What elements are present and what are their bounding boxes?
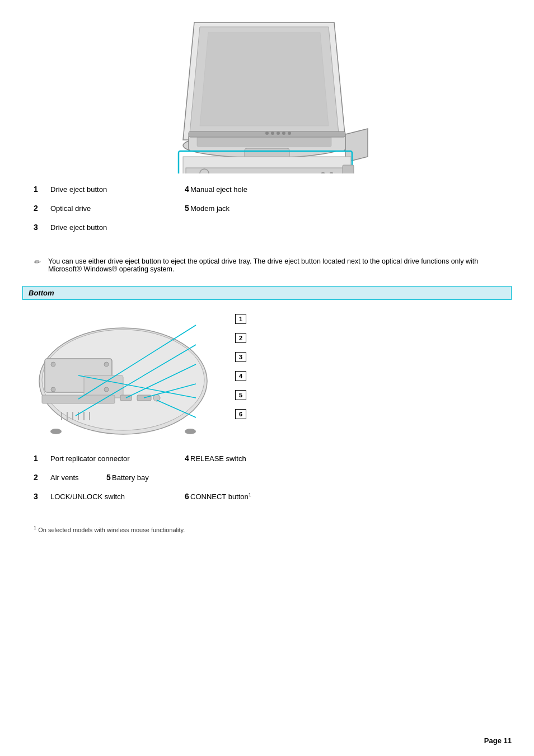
label-row-3: 3 Drive eject button <box>34 223 500 232</box>
bottom-side-num-3: 3 <box>235 352 246 362</box>
laptop-bottom-svg <box>34 308 224 437</box>
svg-point-10 <box>277 132 280 135</box>
bottom-label-row-2: 2 Air vents 5 Battery bay <box>34 473 500 482</box>
label-text-3: Drive eject button <box>45 223 168 232</box>
svg-marker-2 <box>200 32 329 126</box>
bottom-labels-section: 1 Port replicator connector 4 RELEASE sw… <box>22 448 512 516</box>
note-section: ✏ You can use either drive eject button … <box>22 253 512 278</box>
laptop-top-svg: 1 2 3 4 5 <box>161 11 373 173</box>
note-text: You can use either drive eject button to… <box>48 257 500 273</box>
label-num-1: 1 <box>34 185 45 194</box>
bottom-label-num-3: 3 <box>34 492 45 501</box>
svg-rect-39 <box>84 375 123 398</box>
label-text-1: Drive eject button <box>45 185 168 194</box>
bottom-label-num-1: 1 <box>34 454 45 463</box>
label-text-2: Optical drive <box>45 204 168 213</box>
bottom-label-num-6: 6 <box>168 492 185 501</box>
svg-rect-5 <box>197 137 331 147</box>
bottom-section-header: Bottom <box>22 286 512 300</box>
svg-point-40 <box>51 362 55 367</box>
svg-point-9 <box>271 132 274 135</box>
bottom-side-label-3: 3 <box>235 352 246 362</box>
svg-point-51 <box>50 429 62 434</box>
bottom-side-labels: 1 2 3 4 5 6 <box>235 308 246 419</box>
svg-point-11 <box>282 132 285 135</box>
page-container: 1 2 3 4 5 <box>0 0 534 756</box>
svg-point-43 <box>104 387 109 392</box>
label-num-2: 2 <box>34 204 45 213</box>
svg-point-42 <box>104 362 109 367</box>
bottom-label-text-2: Air vents <box>45 473 90 482</box>
bottom-label-num-5: 5 <box>90 473 106 482</box>
bottom-side-label-1: 1 <box>235 314 246 324</box>
svg-point-12 <box>288 132 291 135</box>
svg-point-41 <box>51 387 55 392</box>
label-num-5: 5 <box>168 204 185 213</box>
footnote-section: 1 On selected models with wireless mouse… <box>22 522 512 536</box>
note-icon: ✏ <box>34 257 45 266</box>
svg-point-52 <box>185 429 196 434</box>
bottom-side-num-2: 2 <box>235 333 246 343</box>
bottom-side-label-4: 4 <box>235 371 246 381</box>
bottom-side-label-6: 6 <box>235 409 246 419</box>
bottom-side-num-5: 5 <box>235 390 246 400</box>
label-num-3: 3 <box>34 223 45 232</box>
footnote-text: On selected models with wireless mouse f… <box>38 527 185 533</box>
label-num-4: 4 <box>168 185 185 194</box>
bottom-label-row-1: 1 Port replicator connector 4 RELEASE sw… <box>34 454 500 463</box>
svg-rect-16 <box>186 168 345 173</box>
bottom-label-text-1: Port replicator connector <box>45 454 168 463</box>
svg-point-8 <box>265 132 269 135</box>
bottom-side-label-2: 2 <box>235 333 246 343</box>
bottom-label-row-3: 3 LOCK/UNLOCK switch 6 CONNECT button1 <box>34 492 500 501</box>
bottom-side-num-6: 6 <box>235 409 246 419</box>
bottom-diagram-container: 1 2 3 4 5 6 <box>22 308 512 437</box>
bottom-label-text-5: Battery bay <box>106 473 149 482</box>
label-row-2: 2 Optical drive 5 Modem jack <box>34 204 500 213</box>
bottom-label-text-6: CONNECT button1 <box>185 492 251 501</box>
label-row-1: 1 Drive eject button 4 Manual eject hole <box>34 185 500 194</box>
bottom-label-num-2: 2 <box>34 473 45 482</box>
bottom-label-text-4: RELEASE switch <box>185 454 246 463</box>
top-labels-section: 1 Drive eject button 4 Manual eject hole… <box>22 179 512 247</box>
bottom-side-num-1: 1 <box>235 314 246 324</box>
label-text-4: Manual eject hole <box>185 185 247 194</box>
footnote-mark-label: 1 <box>34 527 38 533</box>
bottom-side-label-5: 5 <box>235 390 246 400</box>
bottom-side-num-4: 4 <box>235 371 246 381</box>
top-diagram-area: 1 2 3 4 5 <box>22 11 512 173</box>
svg-rect-30 <box>343 165 354 173</box>
bottom-label-num-4: 4 <box>168 454 185 463</box>
page-number: Page 11 <box>484 736 512 745</box>
label-text-5: Modem jack <box>185 204 229 213</box>
connect-footnote-mark: 1 <box>249 492 251 497</box>
bottom-label-text-3: LOCK/UNLOCK switch <box>45 492 168 501</box>
